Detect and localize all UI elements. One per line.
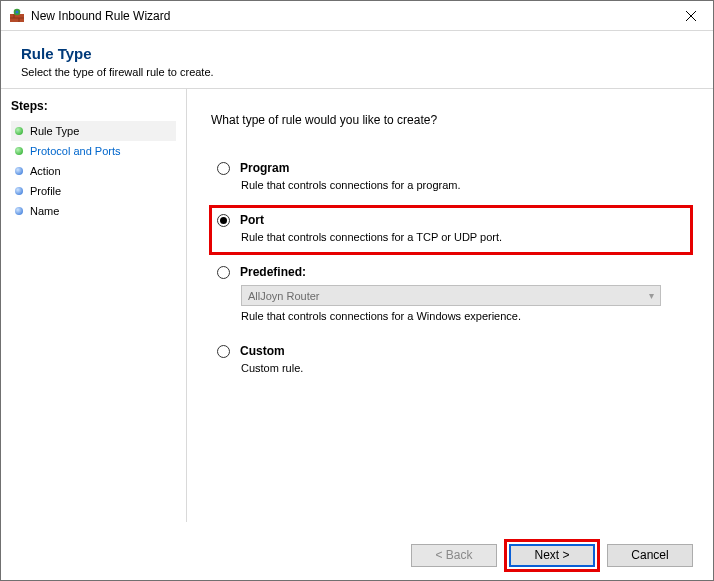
bullet-icon [15, 167, 23, 175]
steps-heading: Steps: [11, 99, 176, 113]
option-description: Rule that controls connections for a pro… [241, 179, 683, 191]
bullet-icon [15, 187, 23, 195]
window-close-button[interactable] [668, 1, 713, 30]
step-protocol-and-ports[interactable]: Protocol and Ports [11, 141, 176, 161]
step-label: Action [30, 165, 61, 177]
radio-custom[interactable] [217, 345, 230, 358]
step-name[interactable]: Name [11, 201, 176, 221]
step-rule-type[interactable]: Rule Type [11, 121, 176, 141]
step-action[interactable]: Action [11, 161, 176, 181]
predefined-dropdown: AllJoyn Router ▾ [241, 285, 661, 306]
step-label: Profile [30, 185, 61, 197]
option-title: Predefined: [240, 265, 306, 279]
radio-program[interactable] [217, 162, 230, 175]
bullet-icon [15, 127, 23, 135]
page-subtitle: Select the type of firewall rule to crea… [21, 66, 693, 78]
page-title: Rule Type [21, 45, 693, 62]
option-program: Program Rule that controls connections f… [211, 155, 691, 201]
cancel-button[interactable]: Cancel [607, 544, 693, 567]
option-description: Rule that controls connections for a Win… [241, 310, 683, 322]
option-title: Program [240, 161, 289, 175]
titlebar: New Inbound Rule Wizard [1, 1, 713, 31]
radio-port[interactable] [217, 214, 230, 227]
bullet-icon [15, 207, 23, 215]
option-description: Custom rule. [241, 362, 683, 374]
step-label: Protocol and Ports [30, 145, 121, 157]
window-title: New Inbound Rule Wizard [31, 9, 668, 23]
step-label: Name [30, 205, 59, 217]
step-label: Rule Type [30, 125, 79, 137]
bullet-icon [15, 147, 23, 155]
chevron-down-icon: ▾ [649, 290, 654, 301]
radio-predefined[interactable] [217, 266, 230, 279]
dropdown-selected: AllJoyn Router [248, 290, 320, 302]
option-custom: Custom Custom rule. [211, 338, 691, 384]
wizard-footer: < Back Next > Cancel [1, 530, 713, 580]
close-icon [686, 11, 696, 21]
wizard-content: What type of rule would you like to crea… [186, 89, 713, 522]
option-predefined: Predefined: AllJoyn Router ▾ Rule that c… [211, 259, 691, 332]
option-title: Port [240, 213, 264, 227]
step-profile[interactable]: Profile [11, 181, 176, 201]
next-button[interactable]: Next > [509, 544, 595, 567]
option-description: Rule that controls connections for a TCP… [241, 231, 683, 243]
firewall-icon [9, 8, 25, 24]
prompt-text: What type of rule would you like to crea… [211, 113, 691, 127]
wizard-header: Rule Type Select the type of firewall ru… [1, 31, 713, 89]
next-highlight: Next > [507, 542, 597, 569]
steps-sidebar: Steps: Rule Type Protocol and Ports Acti… [1, 89, 186, 522]
back-button: < Back [411, 544, 497, 567]
option-title: Custom [240, 344, 285, 358]
svg-point-5 [16, 10, 19, 13]
option-port: Port Rule that controls connections for … [211, 207, 691, 253]
